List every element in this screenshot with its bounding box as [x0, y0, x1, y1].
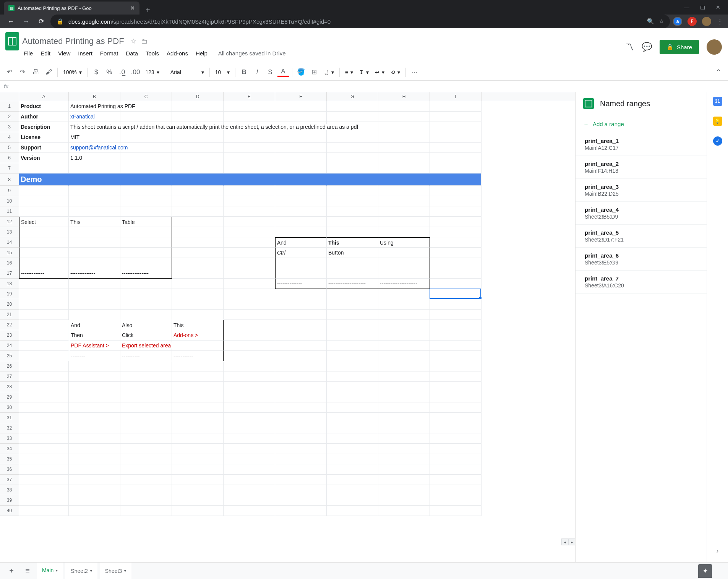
cell-I22[interactable] — [430, 320, 482, 330]
cell-B18[interactable] — [69, 279, 120, 289]
grid-container[interactable]: A B C D E F G H I 1ProductAutomated Prin… — [0, 92, 575, 562]
menu-insert[interactable]: Insert — [75, 49, 96, 58]
forward-button[interactable]: → — [20, 15, 32, 28]
row-header-17[interactable]: 17 — [0, 268, 19, 279]
cell-B36[interactable] — [69, 464, 120, 475]
cell-E40[interactable] — [224, 506, 275, 516]
all-sheets-button[interactable]: ≡ — [21, 564, 34, 578]
cell-H3[interactable] — [378, 122, 430, 132]
cell-B15[interactable] — [69, 248, 120, 258]
cell-A2[interactable]: Author — [19, 112, 69, 122]
cell-E6[interactable] — [224, 153, 275, 163]
cell-F7[interactable] — [275, 163, 327, 174]
cell-F9[interactable] — [275, 186, 327, 196]
cell-G35[interactable] — [327, 454, 378, 464]
cell-G18[interactable]: --------------------- — [327, 279, 378, 289]
cell-I36[interactable] — [430, 464, 482, 475]
cell-E19[interactable] — [224, 289, 275, 299]
cell-G14[interactable]: This — [327, 237, 378, 248]
cell-D37[interactable] — [172, 475, 224, 485]
cell-F8[interactable] — [275, 174, 327, 186]
cell-A24[interactable] — [19, 341, 69, 351]
cell-G15[interactable]: Button — [327, 248, 378, 258]
cell-I20[interactable] — [430, 299, 482, 310]
cell-G38[interactable] — [327, 485, 378, 495]
cell-G7[interactable] — [327, 163, 378, 174]
cell-B25[interactable]: -------- — [69, 351, 120, 361]
save-status[interactable]: All changes saved in Drive — [218, 50, 286, 57]
row-header-6[interactable]: 6 — [0, 153, 19, 163]
cell-E29[interactable] — [224, 392, 275, 402]
explore-button[interactable]: ✦ — [698, 564, 712, 578]
hide-side-panel-icon[interactable]: › — [717, 548, 718, 555]
row-header-8[interactable]: 8 — [0, 174, 19, 186]
row-header-39[interactable]: 39 — [0, 495, 19, 506]
cell-C7[interactable] — [120, 163, 172, 174]
cell-E7[interactable] — [224, 163, 275, 174]
calendar-addon-icon[interactable]: 31 — [713, 97, 722, 106]
cell-B23[interactable]: Then — [69, 330, 120, 341]
cell-E17[interactable] — [224, 268, 275, 279]
sheet-dropdown-icon[interactable]: ▾ — [90, 569, 92, 573]
cell-A27[interactable] — [19, 371, 69, 382]
close-tab-icon[interactable]: ✕ — [130, 5, 135, 11]
cell-F15[interactable]: Ctrl — [275, 248, 327, 258]
cell-H38[interactable] — [378, 485, 430, 495]
cell-F1[interactable] — [275, 101, 327, 112]
cell-F37[interactable] — [275, 475, 327, 485]
row-header-15[interactable]: 15 — [0, 248, 19, 258]
cell-B39[interactable] — [69, 495, 120, 506]
cell-C39[interactable] — [120, 495, 172, 506]
bookmark-star-icon[interactable]: ☆ — [659, 18, 664, 25]
cell-C13[interactable] — [120, 227, 172, 237]
cell-B24[interactable]: PDF Assistant > — [69, 341, 120, 351]
cell-D4[interactable] — [172, 132, 224, 143]
cell-F34[interactable] — [275, 444, 327, 454]
sheet-tab-sheet2[interactable]: Sheet2▾ — [65, 563, 97, 579]
cell-E8[interactable] — [224, 174, 275, 186]
cell-H14[interactable]: Using — [378, 237, 430, 248]
cell-B20[interactable] — [69, 299, 120, 310]
menu-format[interactable]: Format — [97, 49, 122, 58]
cell-B8[interactable] — [69, 174, 120, 186]
cell-E34[interactable] — [224, 444, 275, 454]
cell-I6[interactable] — [430, 153, 482, 163]
named-range-item[interactable]: print_area_3Main!B22:D25 — [576, 179, 728, 202]
row-header-32[interactable]: 32 — [0, 423, 19, 433]
redo-button[interactable]: ↷ — [17, 66, 28, 78]
menu-tools[interactable]: Tools — [143, 49, 162, 58]
cell-F40[interactable] — [275, 506, 327, 516]
cell-E11[interactable] — [224, 206, 275, 217]
row-header-35[interactable]: 35 — [0, 454, 19, 464]
cell-G24[interactable] — [327, 341, 378, 351]
cell-D26[interactable] — [172, 361, 224, 371]
cell-I1[interactable] — [430, 101, 482, 112]
cell-D7[interactable] — [172, 163, 224, 174]
star-icon[interactable]: ☆ — [130, 37, 136, 45]
cell-F39[interactable] — [275, 495, 327, 506]
cell-C6[interactable] — [120, 153, 172, 163]
cell-C34[interactable] — [120, 444, 172, 454]
cell-H30[interactable] — [378, 402, 430, 413]
cell-B1[interactable]: Automated Printing as PDF — [69, 101, 120, 112]
cell-F25[interactable] — [275, 351, 327, 361]
row-header-20[interactable]: 20 — [0, 299, 19, 310]
cell-E39[interactable] — [224, 495, 275, 506]
cell-G26[interactable] — [327, 361, 378, 371]
cell-H19[interactable] — [378, 289, 430, 299]
cell-A39[interactable] — [19, 495, 69, 506]
browser-menu-icon[interactable]: ⋮ — [717, 17, 723, 26]
zoom-select[interactable]: 100%▾ — [61, 69, 84, 75]
cell-B26[interactable] — [69, 361, 120, 371]
sheet-tab-sheet3[interactable]: Sheet3▾ — [100, 563, 131, 579]
row-header-33[interactable]: 33 — [0, 433, 19, 444]
cell-D8[interactable] — [172, 174, 224, 186]
cell-B6[interactable]: 1.1.0 — [69, 153, 120, 163]
close-window-icon[interactable]: ✕ — [716, 4, 720, 10]
cell-D29[interactable] — [172, 392, 224, 402]
cell-B17[interactable]: -------------- — [69, 268, 120, 279]
cell-I37[interactable] — [430, 475, 482, 485]
font-size-select[interactable]: 10▾ — [213, 69, 232, 75]
cell-I11[interactable] — [430, 206, 482, 217]
cell-I31[interactable] — [430, 413, 482, 423]
